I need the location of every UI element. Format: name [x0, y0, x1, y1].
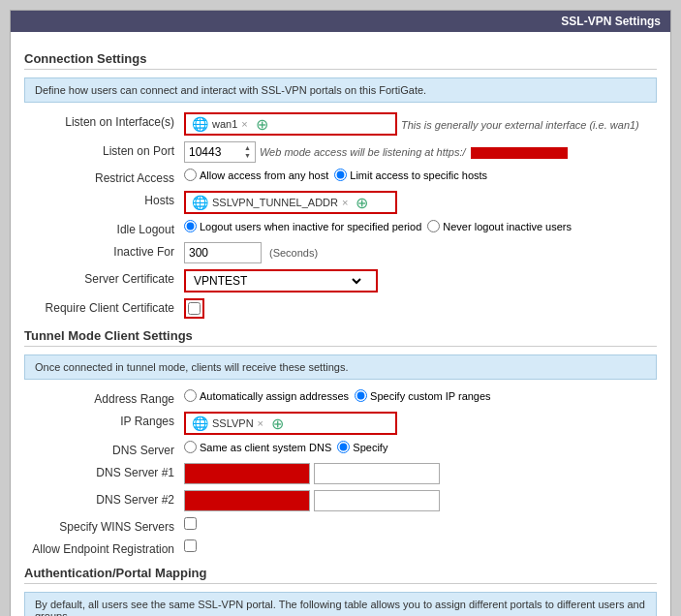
idle-logout-option[interactable]: Logout users when inactive for specified… [184, 220, 421, 232]
wins-checkbox[interactable] [184, 517, 197, 530]
tunnel-info-box: Once connected in tunnel mode, clients w… [24, 354, 657, 380]
never-logout-text: Never logout inactive users [443, 221, 572, 232]
dns2-input[interactable] [184, 490, 310, 511]
hosts-value: SSLVPN_TUNNEL_ADDR [212, 197, 338, 208]
auth-portal-title: Authentication/Portal Mapping [24, 566, 657, 584]
dns-same-option[interactable]: Same as client system DNS [184, 441, 331, 453]
inactive-for-control: (Seconds) [184, 242, 657, 263]
require-cert-label: Require Client Certificate [24, 298, 184, 315]
listen-interface-value: wan1 [212, 118, 237, 130]
address-range-row: Address Range Automatically assign addre… [24, 389, 657, 406]
tunnel-mode-title: Tunnel Mode Client Settings [24, 328, 657, 347]
inactive-for-label: Inactive For [24, 242, 184, 259]
dns2-control [184, 490, 657, 511]
address-range-label: Address Range [24, 389, 184, 406]
listen-interface-label: Listen on Interface(s) [24, 112, 184, 129]
remove-ip-range-button[interactable]: × [258, 417, 263, 429]
dns-server-label: DNS Server [24, 441, 184, 457]
restrict-specific-radio[interactable] [334, 169, 347, 181]
endpoint-checkbox[interactable] [184, 539, 197, 552]
address-auto-radio[interactable] [184, 389, 197, 402]
endpoint-row: Allow Endpoint Registration [24, 539, 657, 556]
main-container: SSL-VPN Settings Connection Settings Def… [10, 10, 671, 616]
content-area: Connection Settings Define how users can… [11, 32, 670, 616]
server-cert-select-wrapper[interactable]: VPNTEST [184, 269, 378, 293]
server-cert-select[interactable]: VPNTEST [190, 273, 364, 289]
inactive-for-input[interactable] [184, 242, 262, 263]
endpoint-label: Allow Endpoint Registration [24, 539, 184, 556]
address-custom-option[interactable]: Specify custom IP ranges [355, 389, 491, 402]
listen-port-input[interactable] [189, 145, 242, 159]
hosts-globe-icon: 🌐 [192, 195, 208, 210]
dns-server-control: Same as client system DNS Specify [184, 441, 657, 453]
restrict-specific-option[interactable]: Limit access to specific hosts [334, 169, 487, 181]
dns-same-radio[interactable] [184, 441, 197, 453]
idle-logout-text: Logout users when inactive for specified… [200, 221, 421, 232]
idle-logout-label: Idle Logout [24, 220, 184, 236]
require-cert-control [184, 298, 657, 319]
ip-ranges-row: IP Ranges 🌐 SSLVPN × ⊕ [24, 412, 657, 435]
idle-logout-radio[interactable] [184, 220, 197, 232]
remove-host-button[interactable]: × [342, 197, 348, 208]
wins-row: Specify WINS Servers [24, 517, 657, 534]
listen-interface-control: 🌐 wan1 × ⊕ This is generally your extern… [184, 112, 657, 136]
address-auto-option[interactable]: Automatically assign addresses [184, 389, 349, 402]
restrict-access-label: Restrict Access [24, 169, 184, 185]
dns1-control [184, 463, 657, 484]
require-cert-checkbox[interactable] [188, 302, 201, 315]
add-ip-range-button[interactable]: ⊕ [271, 415, 284, 433]
hosts-label: Hosts [24, 191, 184, 207]
listen-interface-input[interactable]: 🌐 wan1 × ⊕ [184, 112, 397, 136]
dns-specify-option[interactable]: Specify [337, 441, 387, 453]
port-spinner[interactable]: ▲ ▼ [244, 144, 251, 160]
connection-settings-title: Connection Settings [24, 51, 657, 70]
idle-logout-row: Idle Logout Logout users when inactive f… [24, 220, 657, 236]
wins-control [184, 517, 657, 530]
listen-port-hint: Web mode access will be listening at htt… [260, 146, 568, 159]
dns-specify-radio[interactable] [337, 441, 350, 453]
address-custom-label: Specify custom IP ranges [370, 390, 491, 402]
ip-ranges-input[interactable]: 🌐 SSLVPN × ⊕ [184, 412, 397, 435]
require-cert-row: Require Client Certificate [24, 298, 657, 319]
dns2-input-extra[interactable] [314, 490, 440, 511]
server-cert-row: Server Certificate VPNTEST [24, 269, 657, 293]
endpoint-control [184, 539, 657, 552]
hosts-row: Hosts 🌐 SSLVPN_TUNNEL_ADDR × ⊕ [24, 191, 657, 214]
listen-port-control: ▲ ▼ Web mode access will be listening at… [184, 141, 657, 163]
hosts-input[interactable]: 🌐 SSLVPN_TUNNEL_ADDR × ⊕ [184, 191, 397, 214]
require-cert-checkbox-wrapper[interactable] [184, 298, 204, 319]
idle-logout-control: Logout users when inactive for specified… [184, 220, 657, 232]
never-logout-radio[interactable] [427, 220, 440, 232]
listen-interface-row: Listen on Interface(s) 🌐 wan1 × ⊕ This i… [24, 112, 657, 136]
title-bar: SSL-VPN Settings [11, 11, 670, 32]
interface-globe-icon: 🌐 [192, 116, 208, 132]
ip-ranges-globe-icon: 🌐 [192, 416, 208, 431]
restrict-any-option[interactable]: Allow access from any host [184, 169, 328, 181]
server-cert-control: VPNTEST [184, 269, 657, 293]
dns-specify-label: Specify [353, 442, 387, 453]
add-host-button[interactable]: ⊕ [356, 194, 368, 212]
url-redacted [471, 147, 568, 159]
restrict-specific-label: Limit access to specific hosts [350, 169, 487, 181]
dns1-label: DNS Server #1 [24, 463, 184, 479]
wins-label: Specify WINS Servers [24, 517, 184, 534]
add-interface-button[interactable]: ⊕ [256, 115, 268, 134]
dns1-input-extra[interactable] [314, 463, 440, 484]
restrict-any-radio[interactable] [184, 169, 197, 181]
restrict-access-control: Allow access from any host Limit access … [184, 169, 657, 181]
server-cert-label: Server Certificate [24, 269, 184, 286]
connection-info-box: Define how users can connect and interac… [24, 77, 657, 103]
dns-server-row: DNS Server Same as client system DNS Spe… [24, 441, 657, 457]
dns1-input[interactable] [184, 463, 310, 484]
never-logout-option[interactable]: Never logout inactive users [427, 220, 572, 232]
dns1-row: DNS Server #1 [24, 463, 657, 484]
ip-ranges-label: IP Ranges [24, 412, 184, 428]
listen-interface-hint: This is generally your external interfac… [401, 119, 639, 131]
dns-same-label: Same as client system DNS [200, 442, 331, 453]
dns2-row: DNS Server #2 [24, 490, 657, 511]
title-bar-label: SSL-VPN Settings [561, 15, 661, 28]
address-custom-radio[interactable] [355, 389, 367, 402]
listen-port-row: Listen on Port ▲ ▼ Web mode access will … [24, 141, 657, 163]
restrict-access-row: Restrict Access Allow access from any ho… [24, 169, 657, 185]
remove-interface-button[interactable]: × [241, 118, 247, 130]
